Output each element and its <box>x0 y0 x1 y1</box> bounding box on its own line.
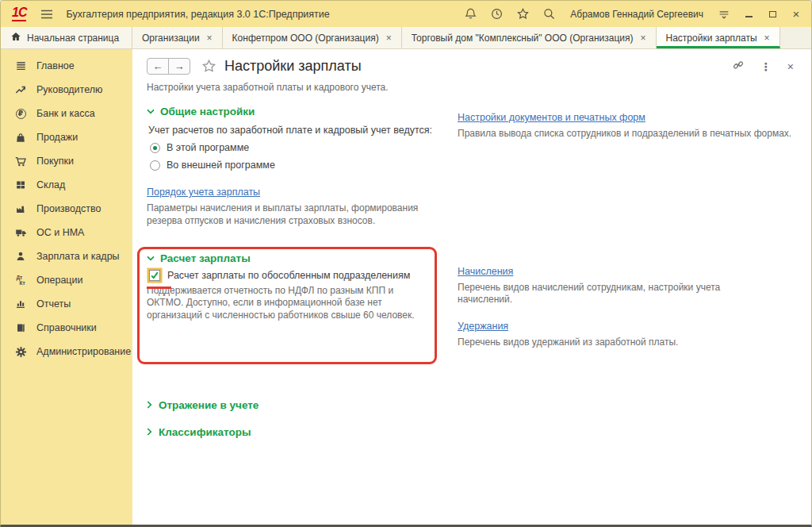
tab-close-icon[interactable]: × <box>641 33 646 44</box>
radio-option-0[interactable]: В этой программе <box>150 142 458 153</box>
section-header-accounting-reflection[interactable]: Отражение в учете <box>147 399 458 411</box>
history-icon[interactable] <box>490 7 504 21</box>
sidebar-item-salary-hr[interactable]: Зарплата и кадры <box>1 244 132 268</box>
link-group-accruals: НачисленияПеречень видов начислений сотр… <box>458 264 803 307</box>
payroll-separate-divisions-desc: Поддерживается отчетность по НДФЛ по раз… <box>147 285 423 322</box>
sidebar-item-warehouse[interactable]: Склад <box>1 173 132 197</box>
notifications-bell-icon[interactable] <box>464 7 477 21</box>
window-close-icon[interactable]: × <box>791 9 802 20</box>
payroll-separate-divisions-checkbox[interactable] <box>149 270 160 281</box>
chevron-down-icon <box>147 109 155 114</box>
sidebar-item-fixed-assets[interactable]: ОС и НМА <box>1 221 132 244</box>
tab-label: Начальная страница <box>27 33 119 44</box>
trend-icon <box>13 83 28 96</box>
radio-option-1[interactable]: Во внешней программе <box>150 160 458 171</box>
sidebar-item-label: Главное <box>36 60 75 71</box>
sidebar-item-manager[interactable]: Руководителю <box>1 78 132 102</box>
tab-close-icon[interactable]: × <box>207 33 213 44</box>
main-content: ← → Настройки зарплаты ⋮ × Настройки уче… <box>132 49 811 525</box>
collapsed-sections: Отражение в учетеКлассификаторы <box>132 387 811 453</box>
section-header-general[interactable]: Общие настройки <box>147 106 458 117</box>
sidebar-item-label: Администрирование <box>36 346 131 357</box>
cart-icon <box>13 155 28 167</box>
tab-konfetprom[interactable]: Конфетпром ООО (Организация)× <box>223 27 402 48</box>
ruble-circle-icon: ₽ <box>13 107 28 120</box>
sidebar-item-main[interactable]: Главное <box>1 54 132 78</box>
sidebar-item-label: Операции <box>36 275 82 286</box>
section-general-right: Настройки документов и печатных форм Пра… <box>458 106 803 228</box>
checkmark-icon <box>150 271 159 280</box>
sidebar-item-label: Продажи <box>36 132 78 143</box>
forward-button[interactable]: → <box>168 58 190 75</box>
current-user[interactable]: Абрамов Геннадий Сергеевич <box>570 9 703 20</box>
chevron-down-icon <box>147 256 155 261</box>
sidebar-item-label: Отчеты <box>36 298 71 310</box>
link-documents-print-forms[interactable]: Настройки документов и печатных форм <box>458 112 645 123</box>
truck-icon <box>13 226 28 239</box>
titlebar: 1С Бухгалтерия предприятия, редакция 3.0… <box>1 1 811 27</box>
radio-selected[interactable] <box>150 143 160 153</box>
radio-group-payroll-program: В этой программеВо внешней программе <box>147 142 458 171</box>
book-icon <box>13 321 28 334</box>
search-icon[interactable] <box>542 7 556 21</box>
favorites-star-icon[interactable] <box>516 7 530 21</box>
link-deductions-desc: Перечень видов удержаний из заработной п… <box>458 337 771 349</box>
tab-home[interactable]: Начальная страница <box>1 27 132 48</box>
sidebar-item-bank-cash[interactable]: ₽Банк и касса <box>1 102 132 125</box>
get-link-icon[interactable] <box>732 59 745 75</box>
barchart-icon <box>13 298 28 310</box>
section-header-classifiers[interactable]: Классификаторы <box>147 426 458 438</box>
section-header-payroll-calc[interactable]: Расчет зарплаты <box>147 252 426 264</box>
link-accruals[interactable]: Начисления <box>458 266 513 277</box>
factory-icon <box>13 202 28 215</box>
sidebar-item-label: Справочники <box>36 322 97 333</box>
sidebar-item-sales[interactable]: Продажи <box>1 125 132 149</box>
link-group-deductions: УдержанияПеречень видов удержаний из зар… <box>458 318 803 349</box>
tab-close-icon[interactable]: × <box>764 33 770 44</box>
tabbar: Начальная страницаОрганизации×Конфетпром… <box>1 27 811 49</box>
tab-label: Торговый дом "Комплексный" ООО (Организа… <box>412 33 634 44</box>
app-window: 1С Бухгалтерия предприятия, редакция 3.0… <box>0 0 812 527</box>
tab-trade-house[interactable]: Торговый дом "Комплексный" ООО (Организа… <box>402 27 657 48</box>
back-button[interactable]: ← <box>147 58 169 75</box>
page-title: Настройки зарплаты <box>224 58 362 75</box>
more-actions-icon[interactable]: ⋮ <box>760 61 772 72</box>
section-general-settings: Общие настройки Учет расчетов по заработ… <box>147 106 458 228</box>
link-payroll-accounting-order-desc: Параметры начисления и выплаты зарплаты,… <box>147 202 426 228</box>
general-lead-text: Учет расчетов по заработной плате и кадр… <box>148 125 458 136</box>
tab-label: Конфетпром ООО (Организация) <box>232 33 379 44</box>
sidebar-item-label: Склад <box>36 179 65 190</box>
1c-logo: 1С <box>12 6 26 21</box>
add-favorite-star-icon[interactable] <box>201 59 216 74</box>
payroll-separate-divisions-label: Расчет зарплаты по обособленным подразде… <box>167 270 410 281</box>
window-title: Бухгалтерия предприятия, редакция 3.0 1С… <box>66 9 329 20</box>
section-payroll-right: НачисленияПеречень видов начислений сотр… <box>458 240 803 361</box>
sidebar-item-label: Покупки <box>36 156 74 167</box>
hide-panels-icon[interactable] <box>718 8 730 21</box>
main-menu-icon[interactable] <box>40 9 53 20</box>
sidebar-item-operations[interactable]: ДтКтОперации <box>1 268 132 292</box>
annotation-underline <box>147 287 171 290</box>
radio-label: В этой программе <box>167 142 249 153</box>
tabbar-empty-space <box>780 27 811 48</box>
radio-unselected[interactable] <box>150 160 160 171</box>
bag-icon <box>13 131 28 144</box>
sidebar-item-reports[interactable]: Отчеты <box>1 292 132 316</box>
maximize-button[interactable] <box>767 9 778 20</box>
tab-organizations[interactable]: Организации× <box>132 27 223 48</box>
tab-salary-settings[interactable]: Настройки зарплаты× <box>657 27 780 48</box>
home-icon <box>10 31 21 44</box>
collapsed-section-label: Классификаторы <box>159 426 251 438</box>
sidebar-item-production[interactable]: Производство <box>1 197 132 221</box>
sidebar: ГлавноеРуководителю₽Банк и кассаПродажиП… <box>1 49 132 525</box>
minimize-button[interactable] <box>743 9 754 20</box>
gear-icon <box>13 345 28 358</box>
sidebar-item-administration[interactable]: Администрирование <box>1 340 132 364</box>
sidebar-item-purchases[interactable]: Покупки <box>1 149 132 173</box>
tab-close-icon[interactable]: × <box>386 33 392 44</box>
link-deductions[interactable]: Удержания <box>458 321 508 332</box>
sidebar-item-directories[interactable]: Справочники <box>1 316 132 340</box>
close-form-icon[interactable]: × <box>787 61 794 72</box>
link-payroll-accounting-order[interactable]: Порядок учета зарплаты <box>147 187 260 198</box>
chevron-right-icon <box>147 399 152 411</box>
